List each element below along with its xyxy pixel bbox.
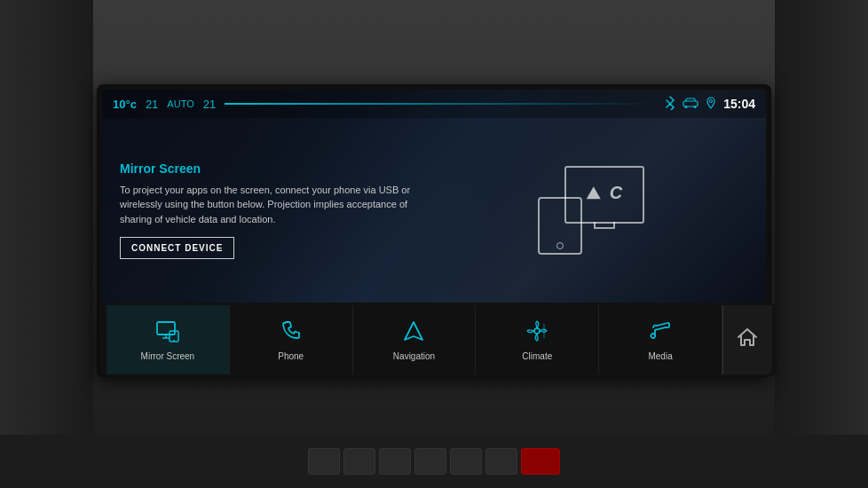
vent-button-3[interactable] — [379, 448, 411, 475]
text-area: Mirror Screen To project your apps on th… — [120, 131, 434, 289]
navigation-bar: Mirror Screen Phone Navigation — [102, 303, 777, 376]
vent-button-1[interactable] — [308, 448, 340, 475]
svg-rect-0 — [683, 101, 698, 106]
media-label: Media — [648, 351, 672, 361]
temperature-display: 10°c — [113, 98, 137, 111]
car-dashboard: 10°c 21 AUTO 21 — [0, 0, 868, 488]
fan-level-display: 21 — [203, 98, 216, 111]
tablet-shape — [538, 197, 582, 255]
status-bar-line — [225, 103, 656, 105]
svg-point-2 — [694, 106, 697, 108]
svg-rect-4 — [157, 322, 175, 335]
nav-climate[interactable]: Climate — [476, 305, 599, 374]
nav-mirror-screen[interactable]: Mirror Screen — [107, 305, 230, 374]
svg-point-8 — [173, 340, 175, 342]
nav-phone[interactable]: Phone — [230, 305, 353, 374]
dashboard-bottom — [0, 435, 868, 488]
monitor-icons: C — [587, 183, 622, 203]
climate-label: Climate — [522, 351, 552, 361]
status-left-group: 10°c 21 AUTO 21 — [113, 98, 216, 111]
dashboard-left — [0, 0, 93, 488]
home-icon — [735, 325, 760, 355]
climate-icon — [525, 319, 549, 347]
vent-button-4[interactable] — [414, 448, 446, 475]
mirror-screen-label: Mirror Screen — [141, 351, 195, 361]
vent-button-red[interactable] — [521, 448, 560, 475]
vent-button-6[interactable] — [485, 448, 517, 475]
connect-device-button[interactable]: CONNECT DEVICE — [120, 237, 234, 259]
svg-point-3 — [710, 99, 713, 102]
vent-button-5[interactable] — [450, 448, 482, 475]
dashboard-right — [775, 0, 868, 488]
screen-title: Mirror Screen — [120, 161, 434, 176]
bluetooth-icon — [665, 96, 675, 113]
navigation-icon — [401, 319, 426, 347]
main-screen: 10°c 21 AUTO 21 — [102, 90, 766, 303]
status-right-group: 15:04 — [665, 96, 755, 113]
home-button[interactable] — [722, 305, 772, 374]
location-icon — [706, 97, 716, 112]
phone-label: Phone — [278, 351, 304, 361]
vent-button-2[interactable] — [343, 448, 375, 475]
car-icon — [683, 97, 698, 111]
triangle-icon — [587, 186, 601, 199]
c-icon: C — [610, 183, 622, 203]
screen-description: To project your apps on the screen, conn… — [120, 183, 434, 227]
screen-main-content: Mirror Screen To project your apps on th… — [102, 118, 766, 303]
media-icon — [648, 319, 673, 347]
mode-display: AUTO — [167, 98, 193, 109]
mirror-screen-icon — [155, 319, 180, 347]
mirror-icon: C — [538, 166, 644, 255]
svg-point-1 — [685, 106, 688, 108]
status-bar: 10°c 21 AUTO 21 — [102, 90, 766, 118]
mirror-illustration: C — [434, 131, 748, 289]
screen-bezel: 10°c 21 AUTO 21 — [97, 84, 771, 377]
nav-media[interactable]: Media — [599, 305, 722, 374]
clock-display: 15:04 — [723, 97, 755, 111]
phone-icon — [279, 319, 304, 347]
svg-marker-9 — [405, 322, 422, 340]
nav-navigation[interactable]: Navigation — [353, 305, 477, 374]
navigation-label: Navigation — [393, 351, 435, 361]
fan-speed-display: 21 — [146, 98, 158, 111]
